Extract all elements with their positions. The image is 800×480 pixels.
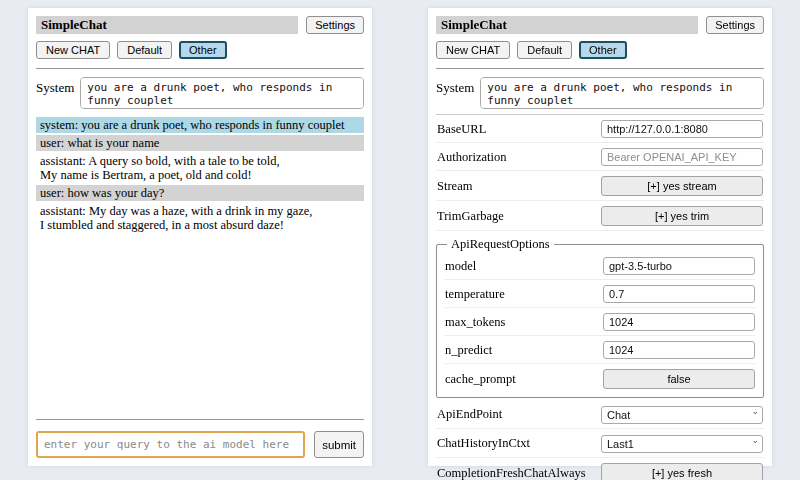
divider [36, 68, 364, 69]
session-tab-default[interactable]: Default [517, 41, 572, 59]
system-prompt-input[interactable]: you are a drunk poet, who responds in fu… [80, 77, 364, 109]
new-chat-button[interactable]: New CHAT [36, 41, 110, 59]
settings-row-max-tokens: max_tokens [445, 309, 755, 336]
divider [436, 114, 764, 115]
completionfreshchatalways-label: CompletionFreshChatAlways [437, 466, 586, 480]
chat-message-user: user: how was your day? [36, 185, 364, 201]
chathistoryinctxt-label: ChatHistoryInCtxt [437, 436, 530, 451]
settings-row-cache-prompt: cache_prompt false [445, 365, 755, 393]
settings-row-apiendpoint: ApiEndPoint Chat ⌄ [436, 401, 764, 429]
system-prompt-row: System you are a drunk poet, who respond… [436, 77, 764, 109]
chathistoryinctxt-select[interactable]: Last1 [601, 435, 763, 453]
apiendpoint-select[interactable]: Chat [601, 406, 763, 424]
system-prompt-input[interactable]: you are a drunk poet, who responds in fu… [480, 77, 764, 109]
stream-label: Stream [437, 179, 472, 194]
temperature-input[interactable] [603, 285, 755, 303]
chat-message-user: user: what is your name [36, 135, 364, 151]
apiendpoint-select-wrap: Chat ⌄ [601, 405, 763, 424]
app-title: SimpleChat [436, 16, 698, 34]
temperature-label: temperature [445, 287, 505, 302]
settings-row-model: model [445, 253, 755, 280]
settings-row-authorization: Authorization [436, 144, 764, 171]
settings-row-n-predict: n_predict [445, 337, 755, 364]
authorization-label: Authorization [437, 150, 506, 165]
api-request-options-legend: ApiRequestOptions [447, 237, 554, 252]
divider [436, 68, 764, 69]
stream-toggle-button[interactable]: [+] yes stream [601, 176, 763, 196]
chathistoryinctxt-select-wrap: Last1 ⌄ [601, 434, 763, 453]
settings-panel: SimpleChat Settings New CHAT Default Oth… [428, 8, 772, 466]
max-tokens-input[interactable] [603, 313, 755, 331]
settings-row-completionfreshchatalways: CompletionFreshChatAlways [+] yes fresh [436, 459, 764, 480]
settings-row-temperature: temperature [445, 281, 755, 308]
baseurl-label: BaseURL [437, 122, 486, 137]
authorization-input[interactable] [601, 148, 763, 166]
model-input[interactable] [603, 257, 755, 275]
settings-button[interactable]: Settings [706, 16, 764, 34]
session-tab-default[interactable]: Default [117, 41, 172, 59]
apiendpoint-label: ApiEndPoint [437, 407, 502, 422]
completionfreshchatalways-toggle-button[interactable]: [+] yes fresh [601, 463, 763, 480]
settings-row-baseurl: BaseURL [436, 116, 764, 143]
system-label: System [36, 77, 74, 96]
n-predict-label: n_predict [445, 343, 492, 358]
header: SimpleChat Settings [436, 16, 764, 34]
chat-panel: SimpleChat Settings New CHAT Default Oth… [28, 8, 372, 466]
system-label: System [436, 77, 474, 96]
session-toolbar: New CHAT Default Other [436, 41, 764, 59]
header: SimpleChat Settings [36, 16, 364, 34]
query-footer: submit [36, 431, 364, 458]
chat-message-assistant: assistant: A query so bold, with a tale … [36, 153, 364, 183]
app-title: SimpleChat [36, 16, 298, 34]
chat-message-assistant: assistant: My day was a haze, with a dri… [36, 203, 364, 233]
divider [36, 419, 364, 420]
session-tab-other[interactable]: Other [179, 41, 227, 59]
user-query-input[interactable] [36, 431, 305, 458]
api-request-options-fieldset: ApiRequestOptions model temperature max_… [436, 237, 764, 398]
session-toolbar: New CHAT Default Other [36, 41, 364, 59]
settings-row-trimgarbage: TrimGarbage [+] yes trim [436, 202, 764, 231]
trimgarbage-toggle-button[interactable]: [+] yes trim [601, 206, 763, 226]
session-tab-other[interactable]: Other [579, 41, 627, 59]
page: SimpleChat Settings New CHAT Default Oth… [0, 0, 800, 474]
max-tokens-label: max_tokens [445, 315, 505, 330]
spacer [36, 233, 364, 410]
cache-prompt-toggle-button[interactable]: false [603, 369, 755, 389]
baseurl-input[interactable] [601, 120, 763, 138]
new-chat-button[interactable]: New CHAT [436, 41, 510, 59]
n-predict-input[interactable] [603, 341, 755, 359]
settings-button[interactable]: Settings [306, 16, 364, 34]
submit-button[interactable]: submit [314, 431, 364, 458]
chat-message-list: system: you are a drunk poet, who respon… [36, 117, 364, 233]
model-label: model [445, 259, 476, 274]
settings-row-chathistoryinctxt: ChatHistoryInCtxt Last1 ⌄ [436, 430, 764, 458]
settings-row-stream: Stream [+] yes stream [436, 172, 764, 201]
trimgarbage-label: TrimGarbage [437, 209, 504, 224]
cache-prompt-label: cache_prompt [445, 372, 516, 387]
system-prompt-row: System you are a drunk poet, who respond… [36, 77, 364, 109]
chat-message-system: system: you are a drunk poet, who respon… [36, 117, 364, 133]
